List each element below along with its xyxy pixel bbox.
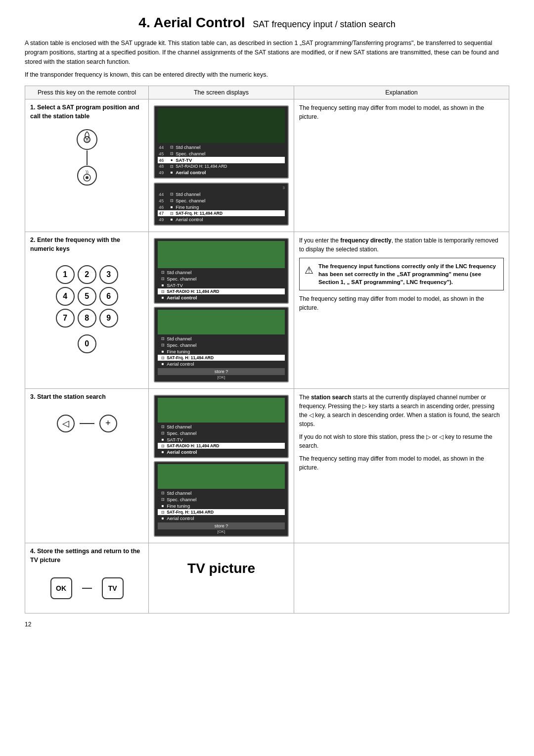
step1-remote-area: ⊙ )) <box>30 124 143 191</box>
menu-row-highlighted: ⊡SAT-RADIO H: 11,494 ARD <box>158 288 285 294</box>
col-header-screen: The screen displays <box>149 86 294 99</box>
step3-remote-area: ◁ + <box>30 405 143 442</box>
key-2: 2 <box>78 265 96 284</box>
screen-mockup-2b: ⊡Std channel ⊡Spec. channel ■Fine tuning… <box>154 307 289 382</box>
ok-button: OK <box>50 577 72 599</box>
intro-paragraph-1: A station table is enclosed with the SAT… <box>25 39 509 66</box>
menu-row: ■Aerial control <box>158 294 285 301</box>
ok-tv-connector <box>82 588 92 589</box>
arrow-divider <box>80 423 94 424</box>
screen-mockup-3a: ⊡Std channel ⊡Spec. channel ■SAT-TV ⊡SAT… <box>154 395 289 458</box>
step4-screen: TV picture <box>149 543 294 614</box>
step2-remote-area: 1 2 3 4 5 6 7 8 9 0 <box>30 256 143 358</box>
tv-button: TV <box>102 577 124 599</box>
key-6: 6 <box>99 287 118 306</box>
menu-row-highlighted: 47⊡SAT-Frq. H: 11,494 ARD <box>158 210 285 216</box>
step2-row: 2. Enter the frequency with the numeric … <box>25 232 509 389</box>
menu-row: 48⊡SAT-RADIO H: 11,494 ARD <box>158 163 285 169</box>
key-5: 5 <box>78 287 96 306</box>
svg-text:⊙: ⊙ <box>85 138 89 142</box>
ok-indicator-2: [OK] <box>158 529 285 534</box>
svg-point-6 <box>86 176 89 179</box>
menu-row: ⊡Spec. channel <box>158 276 285 282</box>
key-7: 7 <box>56 309 75 328</box>
warning-box: ⚠ The frequency input functions correctl… <box>299 258 504 290</box>
menu-row: ⊡Spec. channel <box>158 430 285 436</box>
intro-paragraph-2: If the transponder frequency is known, t… <box>25 70 509 80</box>
screen-mockup-1a: 44⊡Std channel 45⊡Spec. channel 46●SAT-T… <box>154 105 289 179</box>
key-9: 9 <box>99 309 118 328</box>
col-header-remote: Press this key on the remote control <box>25 86 149 99</box>
step2-explanation: If you enter the frequency directly, the… <box>294 232 509 389</box>
screen-mockup-3b: ⊡Std channel ⊡Spec. channel ■Fine tuning… <box>154 461 289 537</box>
key-3: 3 <box>99 265 118 284</box>
step1-screen: 44⊡Std channel 45⊡Spec. channel 46●SAT-T… <box>149 99 294 232</box>
arrow-pad: ◁ + <box>57 415 117 432</box>
key-0: 0 <box>78 334 96 353</box>
step1-explanation: The frequency setting may differ from mo… <box>294 99 509 232</box>
menu-row: ■Aerial control <box>158 449 285 455</box>
menu-row: ■Fine tuning <box>158 348 285 355</box>
menu-key-icon: )) <box>77 165 97 186</box>
menu-row: ⊡Std channel <box>158 424 285 430</box>
screen-mockup-2a: ⊡Std channel ⊡Spec. channel ■SAT-TV ⊡SAT… <box>154 238 289 304</box>
warning-icon: ⚠ <box>305 263 313 286</box>
tv-picture-label: TV picture <box>187 561 255 576</box>
menu-row: ⊡Std channel <box>158 269 285 276</box>
key-1: 1 <box>56 265 75 284</box>
ok-indicator: [OK] <box>158 375 285 379</box>
menu-row: 44⊡Std channel <box>158 144 285 150</box>
page-title: 4. Aerial Control SAT frequency input / … <box>25 15 509 31</box>
menu-row: 46■Fine tuning <box>158 204 285 210</box>
menu-row: ■SAT-TV <box>158 436 285 443</box>
screen-mockup-1b: 3 44⊡Std channel 45⊡Spec. channel 46■Fin… <box>154 183 289 226</box>
step3-explanation: The station search starts at the current… <box>294 389 509 543</box>
step2-label: 2. Enter the frequency with the numeric … <box>30 236 143 253</box>
menu-row: 44⊡Std channel <box>158 191 285 197</box>
menu-row: ■SAT-TV <box>158 282 285 288</box>
step1-label: 1. Select a SAT program position and cal… <box>30 103 143 121</box>
key-4: 4 <box>56 287 75 306</box>
key-8: 8 <box>78 309 96 328</box>
menu-row: ■Aerial control <box>158 361 285 367</box>
menu-row: ⊡Spec. channel <box>158 342 285 348</box>
step4-row: 4. Store the settings and return to the … <box>25 543 509 614</box>
menu-row: 45⊡Spec. channel <box>158 150 285 157</box>
step3-label: 3. Start the station search <box>30 393 143 402</box>
menu-row-highlighted: ⊡SAT-Frq. H: 11,494 ARD <box>158 509 285 515</box>
menu-row: ■Fine tuning <box>158 503 285 509</box>
menu-row-highlighted: 46●SAT-TV <box>158 157 285 163</box>
step4-explanation <box>294 543 509 614</box>
page-number: 12 <box>25 621 509 628</box>
menu-row: ⊡Spec. channel <box>158 496 285 503</box>
store-bar-2: store ? <box>158 522 285 529</box>
step3-screen: ⊡Std channel ⊡Spec. channel ■SAT-TV ⊡SAT… <box>149 389 294 543</box>
warning-text: The frequency input functions correctly … <box>318 262 498 286</box>
arrow-right-btn: + <box>99 415 117 432</box>
menu-row: ⊡Std channel <box>158 335 285 342</box>
step3-row: 3. Start the station search ◁ + ⊡Std cha… <box>25 389 509 543</box>
instruction-table: Press this key on the remote control The… <box>25 86 509 614</box>
menu-row: 45⊡Spec. channel <box>158 197 285 204</box>
menu-row: ■Aerial control <box>158 515 285 521</box>
ok-tv-area: OK TV <box>50 577 124 599</box>
step2-screen: ⊡Std channel ⊡Spec. channel ■SAT-TV ⊡SAT… <box>149 232 294 389</box>
menu-row-highlighted: ⊡SAT-RADIO H: 11,494 ARD <box>158 443 285 449</box>
satellite-icon: ⊙ <box>76 129 98 150</box>
numpad: 1 2 3 4 5 6 7 8 9 <box>56 265 118 328</box>
store-bar: store ? <box>158 368 285 375</box>
step4-remote-area: OK TV <box>30 567 143 609</box>
step1-row: 1. Select a SAT program position and cal… <box>25 99 509 232</box>
menu-row: 49■Aerial control <box>158 216 285 223</box>
menu-row: 49■Aerial control <box>158 169 285 176</box>
menu-row: ⊡Std channel <box>158 490 285 496</box>
arrow-left-btn: ◁ <box>57 415 75 432</box>
connector-line-1 <box>87 150 88 165</box>
step4-label: 4. Store the settings and return to the … <box>30 547 143 565</box>
menu-row-highlighted: ⊡SAT-Frq. H: 11,494 ARD <box>158 355 285 361</box>
svg-point-3 <box>78 166 96 185</box>
col-header-explanation: Explanation <box>294 86 509 99</box>
